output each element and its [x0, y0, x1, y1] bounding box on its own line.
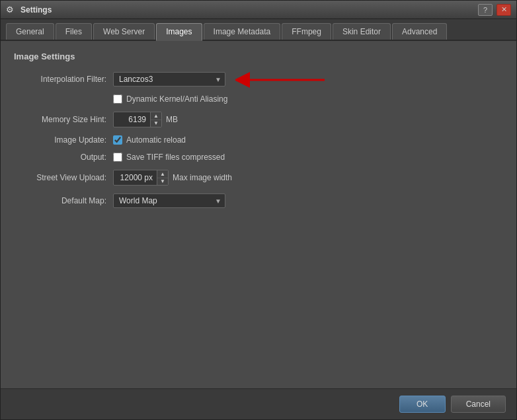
interpolation-select-wrapper: Nearest Neighbor Bilinear Bicubic Lanczo… — [113, 72, 225, 87]
default-map-select[interactable]: World Map Street Map Satellite — [113, 193, 225, 208]
street-view-input[interactable] — [114, 171, 157, 184]
close-button[interactable]: ✕ — [497, 4, 511, 16]
interpolation-select[interactable]: Nearest Neighbor Bilinear Bicubic Lanczo… — [113, 72, 225, 87]
street-view-description: Max image width — [173, 173, 232, 182]
cancel-button[interactable]: Cancel — [451, 396, 506, 413]
memory-size-row: Memory Size Hint: ▲ ▼ MB — [14, 112, 503, 127]
tab-image-metadata[interactable]: Image Metadata — [204, 23, 281, 40]
interpolation-label: Interpolation Filter: — [14, 75, 113, 84]
arrow-container: Nearest Neighbor Bilinear Bicubic Lanczo… — [113, 72, 225, 87]
street-view-label: Street View Upload: — [14, 173, 113, 182]
tab-images[interactable]: Images — [156, 23, 202, 41]
tab-general[interactable]: General — [6, 23, 54, 40]
default-map-select-wrapper: World Map Street Map Satellite ▼ — [113, 193, 225, 208]
image-update-label: Image Update: — [14, 135, 113, 145]
memory-size-down[interactable]: ▼ — [151, 120, 161, 127]
default-map-label: Default Map: — [14, 196, 113, 205]
tab-advanced[interactable]: Advanced — [392, 23, 447, 40]
street-view-down[interactable]: ▼ — [157, 178, 168, 185]
output-checkbox-label: Save TIFF files compressed — [126, 153, 225, 162]
street-view-spinner: ▲ ▼ — [113, 170, 169, 186]
output-row: Output: Save TIFF files compressed — [14, 153, 503, 162]
dynamic-kernel-row: Dynamic Kernel/Anti Aliasing — [113, 94, 503, 104]
memory-size-group: ▲ ▼ MB — [113, 112, 178, 127]
memory-size-input[interactable] — [114, 113, 150, 126]
memory-size-up[interactable]: ▲ — [151, 112, 161, 120]
memory-size-unit: MB — [166, 115, 178, 124]
interpolation-row: Interpolation Filter: Nearest Neighbor B… — [14, 72, 503, 87]
tab-ffmpeg[interactable]: FFmpeg — [282, 23, 331, 40]
section-title: Image Settings — [14, 52, 503, 61]
settings-window: ⚙ Settings ? ✕ General Files Web Server … — [0, 0, 517, 420]
street-view-row: Street View Upload: ▲ ▼ Max image width — [14, 170, 503, 186]
dynamic-kernel-checkbox[interactable] — [113, 94, 122, 104]
street-view-buttons: ▲ ▼ — [157, 170, 168, 185]
default-map-row: Default Map: World Map Street Map Satell… — [14, 193, 503, 208]
image-update-checkbox-label: Automatic reload — [126, 135, 186, 145]
memory-size-buttons: ▲ ▼ — [150, 112, 161, 127]
street-view-up[interactable]: ▲ — [157, 170, 168, 178]
image-update-checkbox[interactable] — [113, 135, 122, 145]
bottom-bar: OK Cancel — [1, 388, 516, 419]
memory-size-spinner: ▲ ▼ — [113, 112, 162, 127]
memory-size-label: Memory Size Hint: — [14, 115, 113, 124]
tab-web-server[interactable]: Web Server — [93, 23, 155, 40]
red-arrow-annotation — [235, 67, 328, 93]
title-bar: ⚙ Settings ? ✕ — [1, 1, 516, 19]
window-icon: ⚙ — [6, 5, 17, 15]
image-update-row: Image Update: Automatic reload — [14, 135, 503, 145]
dynamic-kernel-label: Dynamic Kernel/Anti Aliasing — [126, 94, 227, 104]
tab-files[interactable]: Files — [56, 23, 92, 40]
tab-bar: General Files Web Server Images Image Me… — [1, 19, 516, 41]
content-area: Image Settings Interpolation Filter: Nea… — [1, 41, 516, 388]
output-checkbox[interactable] — [113, 153, 122, 162]
help-button[interactable]: ? — [478, 4, 493, 16]
street-view-group: ▲ ▼ Max image width — [113, 170, 232, 186]
ok-button[interactable]: OK — [399, 396, 446, 413]
window-title: Settings — [20, 5, 474, 15]
output-label: Output: — [14, 153, 113, 162]
tab-skin-editor[interactable]: Skin Editor — [333, 23, 391, 40]
